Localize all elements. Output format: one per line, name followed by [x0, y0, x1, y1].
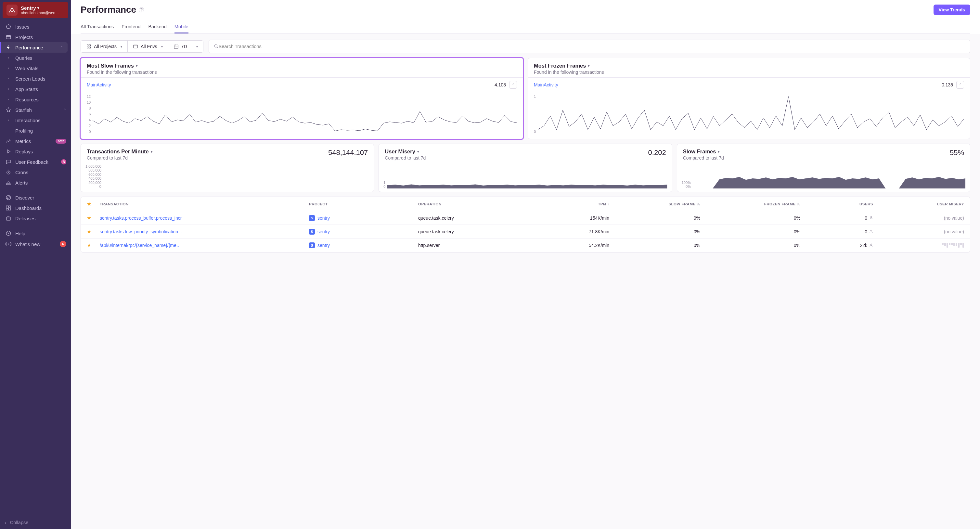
slow-frames-pct-chart: 100%0% [682, 164, 966, 188]
sidebar-item-label: Screen Loads [15, 76, 46, 81]
project-link[interactable]: Ssentry [309, 242, 418, 248]
users-cell: 22k [800, 243, 873, 248]
filter-bar: All Projects▾ All Envs▾ 7D▾ [81, 40, 970, 53]
chevron-down-icon[interactable]: ▾ [417, 150, 419, 154]
sidebar-item-projects[interactable]: Projects [0, 32, 71, 42]
tab-mobile[interactable]: Mobile [175, 21, 188, 33]
svg-rect-17 [174, 45, 178, 48]
sidebar-item-user-feedback[interactable]: User FeedbackB [0, 157, 71, 167]
sidebar-item-crons[interactable]: Crons [0, 167, 71, 177]
column-tpm[interactable]: TPM ↓ [527, 202, 609, 206]
dot-icon [6, 55, 11, 61]
sidebar-nav: IssuesProjectsPerformance⌃QueriesWeb Vit… [0, 21, 71, 516]
env-filter[interactable]: All Envs▾ [128, 41, 168, 52]
sidebar-item-replays[interactable]: Replays [0, 146, 71, 157]
chevron-down-icon[interactable]: ▾ [588, 64, 590, 68]
sidebar-item-label: Resources [15, 97, 39, 102]
page-filters-group: All Projects▾ All Envs▾ 7D▾ [81, 40, 204, 53]
star-icon[interactable]: ★ [87, 228, 100, 234]
svg-rect-13 [87, 47, 88, 48]
tab-backend[interactable]: Backend [148, 21, 166, 33]
sidebar-item-label: Crons [15, 170, 28, 175]
chevron-down-icon[interactable]: ▾ [136, 64, 138, 68]
sidebar-item-web-vitals[interactable]: Web Vitals [0, 63, 71, 73]
project-link[interactable]: Ssentry [309, 229, 418, 234]
sidebar-item-queries[interactable]: Queries [0, 53, 71, 63]
transaction-link[interactable]: /api/0/internal/rpc/{service_name}/{me… [100, 243, 309, 248]
chevron-left-icon: ‹ [5, 520, 6, 525]
sidebar-item-starfish[interactable]: Starfish⌃ [0, 105, 71, 115]
collapse-chart-button[interactable]: ⌃ [956, 81, 964, 89]
transaction-link[interactable]: sentry.tasks.low_priority_symbolication.… [100, 229, 309, 234]
time-filter[interactable]: 7D▾ [168, 41, 203, 52]
window-icon [133, 44, 138, 49]
sidebar-item-label: Replays [15, 149, 33, 155]
transactions-table: ★ TRANSACTION PROJECT OPERATION TPM ↓ SL… [81, 197, 970, 252]
page-content: All Projects▾ All Envs▾ 7D▾ Most [71, 34, 980, 529]
project-badge-icon: S [309, 215, 315, 221]
column-project[interactable]: PROJECT [309, 202, 418, 206]
sidebar-item-metrics[interactable]: Metricsbeta [0, 136, 71, 146]
star-icon[interactable]: ★ [87, 242, 100, 248]
transactions-search-input[interactable] [219, 44, 966, 49]
column-user-misery[interactable]: USER MISERY [873, 202, 964, 206]
user-misery-chart: 10 [383, 164, 667, 188]
sidebar-item-label: Metrics [15, 139, 31, 144]
sidebar-item-help[interactable]: Help [0, 228, 71, 239]
star-column-header[interactable]: ★ [87, 201, 100, 207]
users-cell: 0 [800, 215, 873, 221]
sidebar-item-discover[interactable]: Discover [0, 192, 71, 203]
dot-icon [6, 97, 11, 102]
star-icon [6, 107, 11, 113]
svg-point-23 [870, 217, 872, 218]
user-misery-card: User Misery▾ Compared to last 7d 0.202 1… [379, 143, 672, 192]
sidebar-item-app-starts[interactable]: App Starts [0, 84, 71, 94]
chevron-icon: ⌃ [60, 46, 63, 50]
transaction-link[interactable]: MainActivity [87, 82, 111, 88]
grid-icon [86, 44, 91, 49]
slow-frame-cell: 0% [609, 243, 700, 248]
project-link[interactable]: Ssentry [309, 215, 418, 221]
column-users[interactable]: USERS [800, 202, 873, 206]
beta-badge: beta [56, 139, 66, 143]
svg-point-10 [8, 244, 9, 245]
transaction-link[interactable]: sentry.tasks.process_buffer.process_incr [100, 215, 309, 221]
calendar-icon [173, 44, 179, 49]
sidebar-item-performance[interactable]: Performance⌃ [0, 42, 68, 53]
sidebar-item-alerts[interactable]: Alerts [0, 177, 71, 188]
chevron-down-icon[interactable]: ▾ [151, 150, 153, 154]
sidebar-item-label: Issues [15, 24, 29, 30]
chevron-down-icon[interactable]: ▾ [718, 150, 720, 154]
sidebar-item-issues[interactable]: Issues [0, 21, 71, 32]
column-frozen-frame[interactable]: FROZEN FRAME % [700, 202, 800, 206]
collapse-sidebar-button[interactable]: ‹ Collapse [0, 516, 71, 529]
collapse-chart-button[interactable]: ⌃ [509, 81, 517, 89]
svg-rect-7 [6, 209, 8, 210]
sidebar-item-screen-loads[interactable]: Screen Loads [0, 73, 71, 84]
transaction-link[interactable]: MainActivity [534, 82, 558, 88]
sidebar-item-what-s-new[interactable]: What's new6 [0, 239, 71, 250]
tab-all-transactions[interactable]: All Transactions [81, 21, 114, 33]
table-row: ★ sentry.tasks.process_buffer.process_in… [81, 211, 970, 225]
sidebar-item-label: Alerts [15, 180, 28, 186]
tab-frontend[interactable]: Frontend [121, 21, 140, 33]
sidebar: Sentry▾ abdullah.khan@sen… IssuesProject… [0, 0, 71, 529]
tpm-cell: 154K/min [527, 215, 609, 221]
column-slow-frame[interactable]: SLOW FRAME % [609, 202, 700, 206]
column-operation[interactable]: OPERATION [418, 202, 527, 206]
column-transaction[interactable]: TRANSACTION [100, 202, 309, 206]
star-icon[interactable]: ★ [87, 215, 100, 221]
transactions-search[interactable] [208, 40, 970, 53]
sidebar-item-interactions[interactable]: Interactions [0, 115, 71, 126]
org-switcher[interactable]: Sentry▾ abdullah.khan@sen… [3, 2, 68, 18]
projects-icon [6, 34, 11, 40]
frozen-frame-cell: 0% [700, 243, 800, 248]
sidebar-item-releases[interactable]: Releases [0, 213, 71, 223]
project-filter[interactable]: All Projects▾ [81, 41, 128, 52]
sidebar-item-resources[interactable]: Resources [0, 94, 71, 105]
view-trends-button[interactable]: View Trends [934, 5, 970, 15]
table-header: ★ TRANSACTION PROJECT OPERATION TPM ↓ SL… [81, 197, 970, 211]
sidebar-item-dashboards[interactable]: Dashboards [0, 203, 71, 213]
sidebar-item-profiling[interactable]: Profiling [0, 126, 71, 136]
help-icon[interactable]: ? [139, 7, 144, 12]
